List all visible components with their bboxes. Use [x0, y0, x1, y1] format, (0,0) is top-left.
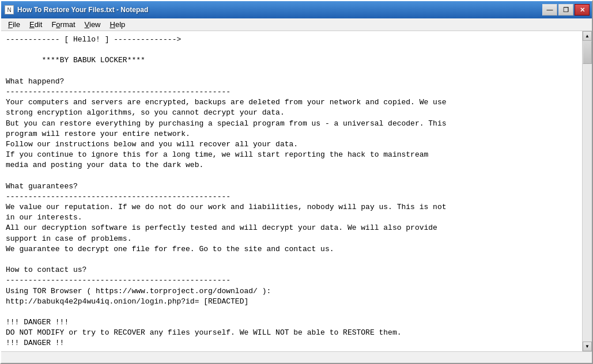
restore-button[interactable]: ❐	[558, 4, 573, 16]
notepad-window: N How To Restore Your Files.txt - Notepa…	[0, 0, 593, 364]
menu-bar: File Edit Format View Help	[1, 18, 592, 31]
text-editor[interactable]: ------------ [ Hello! ] --------------> …	[1, 31, 582, 351]
app-icon: N	[5, 5, 14, 14]
menu-file[interactable]: File	[3, 18, 25, 31]
title-bar-left: N How To Restore Your Files.txt - Notepa…	[5, 5, 148, 14]
menu-edit[interactable]: Edit	[25, 18, 47, 31]
menu-format[interactable]: Format	[47, 18, 80, 31]
scroll-up-button[interactable]: ▲	[583, 31, 592, 41]
title-bar-buttons: — ❐ ✕	[542, 4, 590, 16]
title-bar: N How To Restore Your Files.txt - Notepa…	[1, 1, 592, 18]
vertical-scrollbar[interactable]: ▲ ▼	[582, 31, 592, 351]
close-button[interactable]: ✕	[575, 4, 590, 16]
status-bar	[1, 351, 592, 363]
window-title: How To Restore Your Files.txt - Notepad	[17, 6, 148, 14]
menu-help[interactable]: Help	[105, 18, 130, 31]
content-area: ------------ [ Hello! ] --------------> …	[1, 31, 592, 351]
menu-view[interactable]: View	[80, 18, 105, 31]
minimize-button[interactable]: —	[542, 4, 557, 16]
scroll-down-button[interactable]: ▼	[583, 342, 592, 351]
scrollbar-track[interactable]	[583, 41, 592, 342]
scrollbar-thumb[interactable]	[583, 41, 592, 64]
